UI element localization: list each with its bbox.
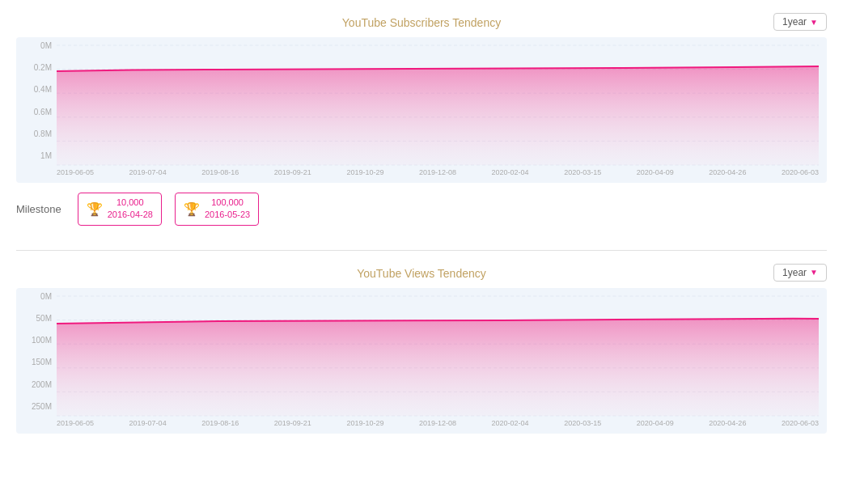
views-section: YouTube Views Tendency 1year ▼ 250M 200M… xyxy=(16,267,827,434)
y-label-2: 0.4M xyxy=(34,86,52,94)
vy-label-5: 250M xyxy=(32,403,52,411)
subscribers-dropdown-label: 1year xyxy=(782,16,807,28)
views-dropdown[interactable]: 1year ▼ xyxy=(773,264,827,282)
milestone-badge-1[interactable]: 🏆 100,000 2016-05-23 xyxy=(175,193,259,226)
x-label-7: 2020-03-15 xyxy=(564,168,601,176)
views-dropdown-label: 1year xyxy=(782,267,807,278)
subscribers-dropdown[interactable]: 1year ▼ xyxy=(773,13,827,31)
views-dropdown-arrow: ▼ xyxy=(810,268,818,277)
page-wrapper: YouTube Subscribers Tendency 1year ▼ 1M … xyxy=(0,0,843,504)
vx-label-6: 2020-02-04 xyxy=(492,419,529,427)
vx-label-4: 2019-10-29 xyxy=(346,419,383,427)
vx-label-1: 2019-07-04 xyxy=(129,419,167,427)
vx-label-0: 2019-06-05 xyxy=(57,419,94,427)
vy-label-1: 50M xyxy=(36,315,52,323)
milestone-date-1: 2016-05-23 xyxy=(205,209,250,221)
views-title: YouTube Views Tendency xyxy=(357,267,486,280)
subscribers-x-labels: 2019-06-05 2019-07-04 2019-08-16 2019-09… xyxy=(57,168,819,180)
vx-label-3: 2019-09-21 xyxy=(274,419,311,427)
views-x-labels: 2019-06-05 2019-07-04 2019-08-16 2019-09… xyxy=(57,419,819,430)
milestone-info-0: 10,000 2016-04-28 xyxy=(108,197,153,222)
views-y-labels: 250M 200M 150M 100M 50M 0M xyxy=(16,293,55,411)
x-label-0: 2019-06-05 xyxy=(57,168,94,176)
section-divider xyxy=(16,250,827,251)
subscribers-svg xyxy=(57,45,819,165)
y-label-5: 1M xyxy=(40,152,52,160)
views-chart-container: 250M 200M 150M 100M 50M 0M xyxy=(16,288,827,434)
views-svg xyxy=(57,296,819,416)
subscribers-section: YouTube Subscribers Tendency 1year ▼ 1M … xyxy=(16,16,827,226)
x-label-1: 2019-07-04 xyxy=(129,168,167,176)
milestone-value-1: 100,000 xyxy=(211,197,244,209)
subscribers-header: YouTube Subscribers Tendency 1year ▼ xyxy=(16,16,827,29)
x-label-6: 2020-02-04 xyxy=(492,168,529,176)
y-label-1: 0.2M xyxy=(34,64,52,72)
x-label-8: 2020-04-09 xyxy=(637,168,674,176)
vy-label-2: 100M xyxy=(32,337,52,345)
subscribers-chart-area xyxy=(57,45,819,165)
vx-label-10: 2020-06-03 xyxy=(782,419,819,427)
vx-label-5: 2019-12-08 xyxy=(419,419,456,427)
y-label-4: 0.8M xyxy=(34,130,52,138)
vy-label-3: 150M xyxy=(32,358,52,366)
x-label-10: 2020-06-03 xyxy=(782,168,819,176)
x-label-5: 2019-12-08 xyxy=(419,168,456,176)
trophy-icon-0: 🏆 xyxy=(87,201,103,217)
milestone-badge-0[interactable]: 🏆 10,000 2016-04-28 xyxy=(78,193,162,226)
vx-label-9: 2020-04-26 xyxy=(709,419,746,427)
vx-label-7: 2020-03-15 xyxy=(564,419,601,427)
views-chart-area xyxy=(57,296,819,416)
vx-label-2: 2019-08-16 xyxy=(201,419,239,427)
x-label-4: 2019-10-29 xyxy=(346,168,383,176)
y-label-0: 0M xyxy=(40,42,52,50)
milestone-label: Milestone xyxy=(16,203,61,215)
y-label-3: 0.6M xyxy=(34,108,52,116)
milestone-value-0: 10,000 xyxy=(116,197,144,209)
milestone-row: Milestone 🏆 10,000 2016-04-28 🏆 100,000 … xyxy=(16,193,827,226)
milestone-date-0: 2016-04-28 xyxy=(108,209,153,221)
subscribers-chart-container: 1M 0.8M 0.6M 0.4M 0.2M 0M xyxy=(16,37,827,183)
vy-label-0: 0M xyxy=(40,293,52,301)
trophy-icon-1: 🏆 xyxy=(184,201,200,217)
subscribers-y-labels: 1M 0.8M 0.6M 0.4M 0.2M 0M xyxy=(16,42,55,160)
vx-label-8: 2020-04-09 xyxy=(637,419,674,427)
x-label-3: 2019-09-21 xyxy=(274,168,311,176)
vy-label-4: 200M xyxy=(32,381,52,389)
subscribers-title: YouTube Subscribers Tendency xyxy=(342,16,501,29)
subscribers-dropdown-arrow: ▼ xyxy=(810,18,818,27)
x-label-2: 2019-08-16 xyxy=(201,168,239,176)
milestone-info-1: 100,000 2016-05-23 xyxy=(205,197,250,222)
views-header: YouTube Views Tendency 1year ▼ xyxy=(16,267,827,280)
x-label-9: 2020-04-26 xyxy=(709,168,746,176)
